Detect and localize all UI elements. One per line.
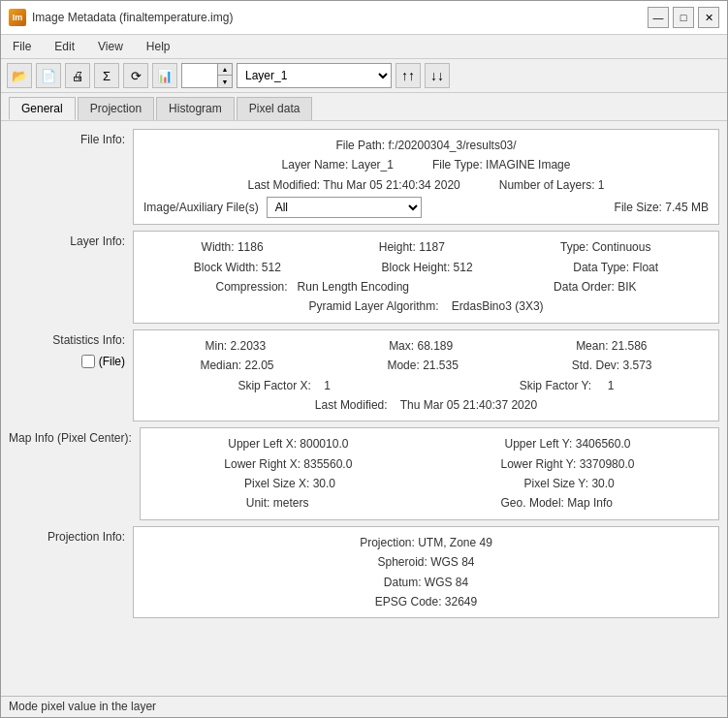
aux-label: Image/Auxiliary File(s) <box>143 198 259 217</box>
block-height-inline: Block Height: 512 <box>382 258 473 277</box>
menu-file[interactable]: File <box>9 38 35 55</box>
chart-button[interactable]: 📊 <box>152 63 177 88</box>
projection-info-box: Projection: UTM, Zone 49 Spheroid: WGS 8… <box>133 526 719 619</box>
median-inline: Median: 22.05 <box>200 356 273 375</box>
layer-dropdown[interactable]: Layer_1 <box>237 63 392 88</box>
spinner-down[interactable]: ▼ <box>218 76 232 87</box>
projection-label: Projection: <box>360 536 415 549</box>
epsg-label: EPSG Code: <box>375 595 442 609</box>
refresh-button[interactable]: ⟳ <box>123 63 148 88</box>
title-bar-left: Im Image Metadata (finaltemperature.img) <box>9 9 233 26</box>
compression-inline: Compression: Run Length Encoding <box>216 277 409 297</box>
tab-general[interactable]: General <box>9 97 76 120</box>
prev-layer-button[interactable]: ↑↑ <box>396 63 421 88</box>
upper-left-x-inline: Upper Left X: 800010.0 <box>228 434 348 453</box>
file-checkbox[interactable] <box>81 355 95 368</box>
title-bar-controls: — □ ✕ <box>648 7 719 28</box>
proj-row1: Projection: UTM, Zone 49 <box>143 533 709 552</box>
statistics-box: Min: 2.2033 Max: 68.189 Mean: 21.586 Med… <box>133 329 719 422</box>
map-info-label: Map Info (Pixel Center): <box>9 427 132 445</box>
geo-model-inline: Geo. Model: Map Info <box>501 493 613 513</box>
height-inline: Height: 1187 <box>379 237 445 257</box>
open-button[interactable]: 📂 <box>7 63 32 88</box>
window-title: Image Metadata (finaltemperature.img) <box>32 11 233 24</box>
map-row1: Upper Left X: 800010.0 Upper Left Y: 340… <box>150 434 709 453</box>
menu-bar: File Edit View Help <box>1 35 727 59</box>
projection-value: UTM, Zone 49 <box>418 536 492 549</box>
stat-row2: Median: 22.05 Mode: 21.535 Std. Dev: 3.5… <box>143 356 709 375</box>
status-bar: Mode pixel value in the layer <box>1 696 727 717</box>
menu-edit[interactable]: Edit <box>50 38 79 55</box>
status-text: Mode pixel value in the layer <box>9 700 156 713</box>
spheroid-label: Spheroid: <box>377 555 427 569</box>
tab-pixel-data[interactable]: Pixel data <box>237 97 313 120</box>
last-modified-value: Thu Mar 05 21:40:34 2020 <box>323 178 459 192</box>
stat-row1: Min: 2.2033 Max: 68.189 Mean: 21.586 <box>143 336 709 356</box>
file-name-type-row: Layer Name: Layer_1 File Type: IMAGINE I… <box>143 155 709 174</box>
menu-view[interactable]: View <box>94 38 127 55</box>
aux-dropdown[interactable]: All <box>267 197 422 218</box>
aux-files-row: Image/Auxiliary File(s) All File Size: 7… <box>143 195 709 218</box>
file-size-info: File Size: 7.45 MB <box>615 198 709 217</box>
layer-number-input[interactable]: 1 <box>182 64 217 87</box>
tab-histogram[interactable]: Histogram <box>156 97 235 120</box>
sum-button[interactable]: Σ <box>94 63 119 88</box>
num-layers-value: 1 <box>598 178 605 192</box>
layer-spinner[interactable]: 1 ▲ ▼ <box>181 63 233 88</box>
last-modified-inline: Last Modified: Thu Mar 05 21:40:34 2020 <box>247 175 459 195</box>
next-layer-button[interactable]: ↓↓ <box>425 63 450 88</box>
layer-name-label: Layer Name: <box>282 158 349 172</box>
new-button[interactable]: 📄 <box>36 63 61 88</box>
map-info-row: Map Info (Pixel Center): Upper Left X: 8… <box>9 427 719 520</box>
map-row4: Unit: meters Geo. Model: Map Info <box>150 493 709 513</box>
file-checkbox-row: (File) <box>81 355 125 368</box>
pixel-size-y-inline: Pixel Size Y: 30.0 <box>524 474 615 493</box>
file-type-value: IMAGINE Image <box>486 158 570 172</box>
file-path-label: File Path: <box>335 139 385 152</box>
stat-modified-inline: Last Modified: Thu Mar 05 21:40:37 2020 <box>315 395 537 415</box>
tabs-row: General Projection Histogram Pixel data <box>1 93 727 121</box>
maximize-button[interactable]: □ <box>673 7 694 28</box>
spinner-arrows: ▲ ▼ <box>217 64 232 87</box>
lower-right-y-inline: Lower Right Y: 3370980.0 <box>501 454 635 474</box>
file-modified-row: Last Modified: Thu Mar 05 21:40:34 2020 … <box>143 175 709 195</box>
pyramid-row: Pyramid Layer Algorithm: ErdasBino3 (3X3… <box>143 297 709 316</box>
menu-help[interactable]: Help <box>142 38 174 55</box>
datum-label: Datum: <box>384 576 422 589</box>
layer-block-row: Block Width: 512 Block Height: 512 Data … <box>143 258 709 277</box>
type-inline: Type: Continuous <box>560 237 650 257</box>
num-layers-label: Number of Layers: <box>499 178 595 192</box>
spinner-up[interactable]: ▲ <box>218 64 232 76</box>
file-type-label: File Type: <box>432 158 483 172</box>
layer-info-row: Layer Info: Width: 1186 Height: 1187 Typ… <box>9 231 719 324</box>
proj-row2: Spheroid: WGS 84 <box>143 552 709 572</box>
skip-x-inline: Skip Factor X: 1 <box>237 376 330 395</box>
projection-info-row: Projection Info: Projection: UTM, Zone 4… <box>9 526 719 619</box>
tab-projection[interactable]: Projection <box>78 97 154 120</box>
layer-compression-row: Compression: Run Length Encoding Data Or… <box>143 277 709 297</box>
stat-label-col: Statistics Info: (File) <box>9 329 125 368</box>
statistics-row: Statistics Info: (File) Min: 2.2033 Max:… <box>9 329 719 422</box>
file-checkbox-label: (File) <box>99 355 125 368</box>
file-info-box: File Path: f:/20200304_3/results03/ Laye… <box>133 129 719 225</box>
std-dev-inline: Std. Dev: 3.573 <box>572 356 652 375</box>
last-modified-label: Last Modified: <box>247 178 320 192</box>
close-button[interactable]: ✕ <box>698 7 719 28</box>
block-width-inline: Block Width: 512 <box>194 258 281 277</box>
minimize-button[interactable]: — <box>648 7 669 28</box>
stat-row4: Last Modified: Thu Mar 05 21:40:37 2020 <box>143 395 709 415</box>
file-type-inline: File Type: IMAGINE Image <box>432 155 571 174</box>
layer-info-box: Width: 1186 Height: 1187 Type: Continuou… <box>133 231 719 324</box>
proj-row4: EPSG Code: 32649 <box>143 592 709 611</box>
print-button[interactable]: 🖨 <box>65 63 90 88</box>
pyramid-inline: Pyramid Layer Algorithm: ErdasBino3 (3X3… <box>308 297 543 316</box>
min-inline: Min: 2.2033 <box>205 336 266 356</box>
unit-inline: Unit: meters <box>246 493 309 513</box>
skip-y-inline: Skip Factor Y: 1 <box>520 376 615 395</box>
toolbar: 📂 📄 🖨 Σ ⟳ 📊 1 ▲ ▼ Layer_1 ↑↑ ↓↓ <box>1 59 727 93</box>
data-order-inline: Data Order: BIK <box>554 277 636 297</box>
main-window: Im Image Metadata (finaltemperature.img)… <box>0 0 728 718</box>
file-info-row: File Info: File Path: f:/20200304_3/resu… <box>9 129 719 225</box>
proj-row3: Datum: WGS 84 <box>143 573 709 592</box>
layer-dims-row: Width: 1186 Height: 1187 Type: Continuou… <box>143 237 709 257</box>
